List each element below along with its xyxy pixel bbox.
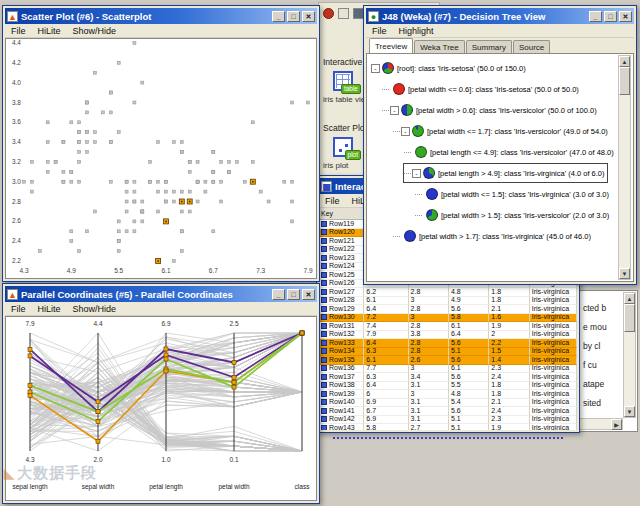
menu-file[interactable]: File [5, 26, 32, 36]
scatter-plot-window: ▲ Scatter Plot (#6) - Scatterplot _□✕ Fi… [2, 5, 320, 282]
menu-show-hide[interactable]: Show/Hide [67, 26, 123, 36]
table-row[interactable]: Row1296.42.85.62.1Iris-virginica [319, 305, 577, 314]
tree-vertical-scrollbar[interactable]: ▲ ▼ [618, 55, 631, 280]
table-row[interactable]: Row1367.736.12.3Iris-virginica [319, 365, 577, 374]
menu-file[interactable]: File [5, 304, 32, 314]
table-row[interactable]: Row1356.12.65.61.4Iris-virginica [319, 356, 577, 365]
collapse-handle-icon[interactable]: - [371, 64, 380, 73]
table-cell: 5.6 [449, 356, 489, 365]
interactive-table-module-icon[interactable]: table [333, 71, 353, 91]
table-cell: 2.3 [489, 365, 529, 374]
table-row[interactable]: Row1336.42.85.62.2Iris-virginica [319, 339, 577, 348]
tree-connector [404, 152, 411, 153]
minimize-button[interactable]: _ [589, 11, 602, 22]
table-row[interactable]: Row1435.82.75.11.9Iris-virginica [319, 424, 577, 430]
svg-text:6.9: 6.9 [161, 320, 170, 327]
svg-text:4.3: 4.3 [25, 456, 34, 463]
key-cell: Row124 [319, 263, 364, 272]
tree-node[interactable]: -[petal width <= 1.7]: class 'Iris-versi… [393, 122, 608, 140]
svg-text:6.1: 6.1 [161, 267, 170, 274]
scroll-down-icon[interactable]: ▼ [619, 268, 630, 279]
maximize-button[interactable]: □ [287, 289, 300, 300]
titlebar[interactable]: ▲ Scatter Plot (#6) - Scatterplot _□✕ [5, 8, 317, 24]
table-row[interactable]: Row1317.42.86.11.9Iris-virginica [319, 322, 577, 331]
close-button[interactable]: ✕ [619, 11, 632, 22]
table-window-icon: ▦ [321, 181, 332, 192]
table-cell: 4.9 [449, 297, 489, 306]
table-row[interactable]: Row1276.22.84.81.8Iris-virginica [319, 288, 577, 297]
scrollbar-thumb[interactable] [624, 304, 635, 332]
tree-node[interactable]: [petal width <= 1.5]: class 'Iris-virgin… [415, 185, 609, 203]
svg-text:class: class [295, 483, 311, 490]
scrollbar-thumb[interactable] [619, 67, 630, 95]
tree-node-label: [petal width <= 1.7]: class 'Iris-versic… [427, 127, 608, 136]
tree-node[interactable]: [petal width > 1.7]: class 'Iris-virgini… [393, 227, 591, 245]
table-cell: Iris-virginica [530, 365, 577, 374]
table-row[interactable]: Row1426.93.15.12.3Iris-virginica [319, 416, 577, 425]
menu-file[interactable]: File [319, 196, 346, 206]
tab-treeview[interactable]: Treeview [369, 38, 413, 53]
row-key-icon [321, 297, 327, 303]
tab-summary[interactable]: Summary [466, 40, 512, 53]
table-row[interactable]: Row1406.93.15.42.1Iris-virginica [319, 399, 577, 408]
tree-node[interactable]: -[petal length > 4.9]: class 'Iris-virgi… [404, 164, 607, 182]
table-row[interactable]: Row1286.134.91.8Iris-virginica [319, 297, 577, 306]
close-button[interactable]: ✕ [302, 289, 315, 300]
minimize-button[interactable]: _ [272, 11, 285, 22]
maximize-button[interactable]: □ [604, 11, 617, 22]
tree-node[interactable]: [petal width > 1.5]: class 'Iris-versico… [415, 206, 609, 224]
record-icon[interactable] [323, 8, 334, 19]
tab-source[interactable]: Source [513, 40, 550, 53]
help-text-line: by cl [583, 337, 607, 356]
table-cell: 1.8 [489, 382, 529, 391]
tree-node[interactable]: [petal width <= 0.6]: class 'Iris-setosa… [382, 80, 579, 98]
table-cell: 5.8 [364, 424, 408, 430]
table-cell: 3.1 [409, 399, 449, 408]
scatter-plot-module-icon[interactable]: plot [333, 137, 353, 157]
row-key-icon [321, 221, 327, 227]
menu-highlight[interactable]: Highlight [393, 26, 440, 36]
table-row[interactable]: Row1386.43.15.51.8Iris-virginica [319, 382, 577, 391]
titlebar[interactable]: ● J48 (Weka) (#7) - Decision Tree View _… [366, 8, 634, 24]
tab-weka-tree[interactable]: Weka Tree [414, 40, 465, 53]
table-row[interactable]: Row1346.32.85.11.5Iris-virginica [319, 348, 577, 357]
table-row[interactable]: Row1327.93.86.42Iris-virginica [319, 331, 577, 340]
table-cell: 3 [409, 390, 449, 399]
table-cell: Iris-virginica [530, 331, 577, 340]
svg-text:1.0: 1.0 [161, 456, 170, 463]
table-cell: 2.8 [409, 322, 449, 331]
table-row[interactable]: Row1307.235.81.6Iris-virginica [319, 314, 577, 323]
collapse-handle-icon[interactable]: - [390, 106, 399, 115]
window-icon[interactable] [338, 8, 349, 19]
maximize-button[interactable]: □ [287, 11, 300, 22]
table-row[interactable]: Row139634.81.8Iris-virginica [319, 390, 577, 399]
help-vertical-scrollbar[interactable]: ▲ ▼ [623, 292, 636, 418]
menu-show-hide[interactable]: Show/Hide [67, 304, 123, 314]
key-column-header[interactable]: Key [319, 208, 364, 220]
collapse-handle-icon[interactable]: - [412, 169, 421, 178]
table-cell: 1.8 [489, 297, 529, 306]
tree-node[interactable]: -[root]: class 'Iris-setosa' (50.0 of 15… [371, 59, 526, 77]
menu-hilite[interactable]: HiLite [32, 304, 67, 314]
row-key-icon [321, 416, 327, 422]
scroll-right-icon[interactable]: ▶ [611, 419, 622, 430]
tree-window-icon: ● [368, 11, 379, 22]
scroll-up-icon[interactable]: ▲ [624, 293, 635, 304]
menu-hilite[interactable]: HiLite [32, 26, 67, 36]
key-cell: Row133 [319, 339, 364, 348]
module-badge: table [341, 84, 361, 94]
scatter-plot-area[interactable]: 4.44.24.03.83.63.43.23.02.82.62.42.24.34… [5, 38, 317, 279]
titlebar[interactable]: ▲ Parallel Coordinates (#5) - Parallel C… [5, 286, 317, 302]
table-row[interactable]: Row1416.73.15.62.4Iris-virginica [319, 407, 577, 416]
minimize-button[interactable]: _ [272, 289, 285, 300]
svg-text:3.6: 3.6 [12, 118, 21, 125]
scroll-up-icon[interactable]: ▲ [619, 56, 630, 67]
collapse-handle-icon[interactable]: - [401, 127, 410, 136]
menu-file[interactable]: File [366, 26, 393, 36]
tree-node[interactable]: -[petal width > 0.6]: class 'Iris-versic… [382, 101, 597, 119]
table-row[interactable]: Row1376.33.45.62.4Iris-virginica [319, 373, 577, 382]
close-button[interactable]: ✕ [302, 11, 315, 22]
table-cell: 4.8 [449, 390, 489, 399]
scroll-down-icon[interactable]: ▼ [624, 406, 635, 417]
tree-node[interactable]: [petal length <= 4.9]: class 'Iris-versi… [404, 143, 614, 161]
